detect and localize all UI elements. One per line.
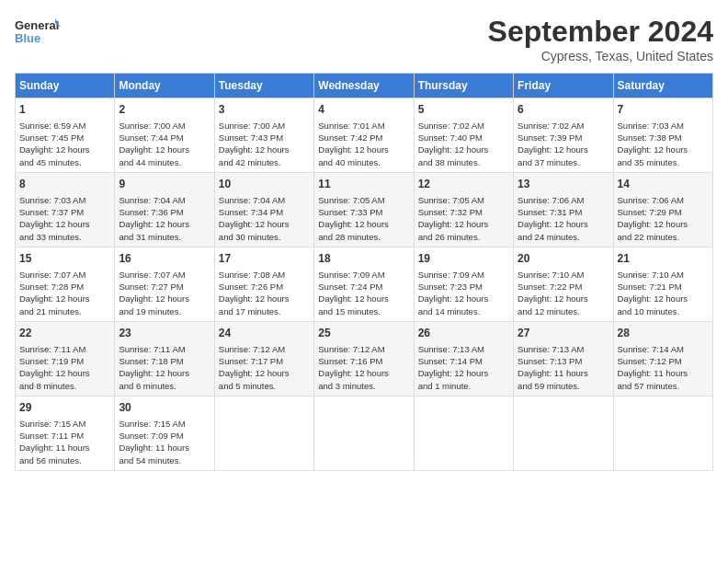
page-header: General Blue September 2024 Cypress, Tex… bbox=[15, 15, 713, 63]
calendar-day-cell bbox=[514, 396, 613, 470]
calendar-day-cell bbox=[314, 396, 414, 470]
calendar-day-cell: 30Sunrise: 7:15 AM Sunset: 7:09 PM Dayli… bbox=[115, 396, 214, 470]
day-info: Sunrise: 7:09 AM Sunset: 7:23 PM Dayligh… bbox=[418, 269, 509, 317]
day-number: 9 bbox=[119, 177, 210, 192]
day-number: 1 bbox=[19, 102, 110, 118]
day-number: 7 bbox=[618, 102, 709, 118]
calendar-day-cell: 4Sunrise: 7:01 AM Sunset: 7:42 PM Daylig… bbox=[314, 98, 414, 173]
day-info: Sunrise: 7:10 AM Sunset: 7:21 PM Dayligh… bbox=[618, 269, 709, 317]
day-number: 3 bbox=[219, 102, 310, 118]
day-number: 22 bbox=[19, 326, 110, 341]
calendar-week-row: 15Sunrise: 7:07 AM Sunset: 7:28 PM Dayli… bbox=[16, 247, 713, 321]
calendar-day-cell: 12Sunrise: 7:05 AM Sunset: 7:32 PM Dayli… bbox=[414, 172, 513, 247]
calendar-day-cell: 17Sunrise: 7:08 AM Sunset: 7:26 PM Dayli… bbox=[214, 247, 313, 321]
day-info: Sunrise: 6:59 AM Sunset: 7:45 PM Dayligh… bbox=[19, 120, 110, 168]
calendar-day-header: Tuesday bbox=[214, 74, 313, 98]
day-info: Sunrise: 7:01 AM Sunset: 7:42 PM Dayligh… bbox=[318, 120, 409, 168]
calendar-day-cell: 11Sunrise: 7:05 AM Sunset: 7:33 PM Dayli… bbox=[314, 172, 414, 247]
day-number: 30 bbox=[119, 400, 210, 416]
calendar-day-cell: 2Sunrise: 7:00 AM Sunset: 7:44 PM Daylig… bbox=[115, 98, 214, 173]
day-info: Sunrise: 7:06 AM Sunset: 7:29 PM Dayligh… bbox=[618, 194, 709, 243]
day-number: 20 bbox=[518, 251, 609, 267]
calendar-header-row: SundayMondayTuesdayWednesdayThursdayFrid… bbox=[16, 74, 713, 98]
calendar-week-row: 1Sunrise: 6:59 AM Sunset: 7:45 PM Daylig… bbox=[16, 98, 713, 173]
day-info: Sunrise: 7:12 AM Sunset: 7:17 PM Dayligh… bbox=[219, 343, 310, 392]
day-number: 28 bbox=[618, 326, 709, 341]
calendar-day-cell: 7Sunrise: 7:03 AM Sunset: 7:38 PM Daylig… bbox=[613, 98, 712, 173]
calendar-day-cell: 23Sunrise: 7:11 AM Sunset: 7:18 PM Dayli… bbox=[115, 321, 214, 396]
calendar-day-cell bbox=[414, 396, 513, 470]
day-info: Sunrise: 7:08 AM Sunset: 7:26 PM Dayligh… bbox=[219, 269, 310, 317]
day-info: Sunrise: 7:00 AM Sunset: 7:43 PM Dayligh… bbox=[219, 120, 310, 168]
calendar-day-header: Saturday bbox=[613, 74, 712, 98]
day-number: 27 bbox=[518, 326, 609, 341]
day-info: Sunrise: 7:13 AM Sunset: 7:14 PM Dayligh… bbox=[418, 343, 509, 392]
svg-text:General: General bbox=[15, 18, 59, 32]
day-info: Sunrise: 7:04 AM Sunset: 7:34 PM Dayligh… bbox=[219, 194, 310, 243]
svg-text:Blue: Blue bbox=[15, 31, 40, 45]
day-number: 26 bbox=[418, 326, 509, 341]
day-number: 19 bbox=[418, 251, 509, 267]
day-number: 18 bbox=[318, 251, 409, 267]
day-number: 14 bbox=[618, 177, 709, 192]
calendar-day-cell: 5Sunrise: 7:02 AM Sunset: 7:40 PM Daylig… bbox=[414, 98, 513, 173]
day-info: Sunrise: 7:15 AM Sunset: 7:09 PM Dayligh… bbox=[119, 418, 210, 466]
calendar-day-cell: 1Sunrise: 6:59 AM Sunset: 7:45 PM Daylig… bbox=[16, 98, 115, 173]
calendar-day-cell: 29Sunrise: 7:15 AM Sunset: 7:11 PM Dayli… bbox=[16, 396, 115, 470]
day-info: Sunrise: 7:15 AM Sunset: 7:11 PM Dayligh… bbox=[19, 418, 110, 466]
month-title: September 2024 bbox=[488, 15, 713, 49]
day-info: Sunrise: 7:05 AM Sunset: 7:33 PM Dayligh… bbox=[318, 194, 409, 243]
calendar-day-cell: 14Sunrise: 7:06 AM Sunset: 7:29 PM Dayli… bbox=[613, 172, 712, 247]
calendar-day-cell bbox=[613, 396, 712, 470]
calendar-day-cell: 25Sunrise: 7:12 AM Sunset: 7:16 PM Dayli… bbox=[314, 321, 414, 396]
day-info: Sunrise: 7:13 AM Sunset: 7:13 PM Dayligh… bbox=[518, 343, 609, 392]
calendar-day-header: Thursday bbox=[414, 74, 513, 98]
day-number: 17 bbox=[219, 251, 310, 267]
day-info: Sunrise: 7:11 AM Sunset: 7:19 PM Dayligh… bbox=[19, 343, 110, 392]
calendar-day-cell bbox=[214, 396, 313, 470]
location: Cypress, Texas, United States bbox=[488, 49, 713, 63]
day-number: 21 bbox=[618, 251, 709, 267]
calendar-day-cell: 21Sunrise: 7:10 AM Sunset: 7:21 PM Dayli… bbox=[613, 247, 712, 321]
day-info: Sunrise: 7:09 AM Sunset: 7:24 PM Dayligh… bbox=[318, 269, 409, 317]
day-info: Sunrise: 7:14 AM Sunset: 7:12 PM Dayligh… bbox=[618, 343, 709, 392]
calendar-week-row: 29Sunrise: 7:15 AM Sunset: 7:11 PM Dayli… bbox=[16, 396, 713, 470]
day-number: 29 bbox=[19, 400, 110, 416]
day-info: Sunrise: 7:10 AM Sunset: 7:22 PM Dayligh… bbox=[518, 269, 609, 317]
day-number: 10 bbox=[219, 177, 310, 192]
day-info: Sunrise: 7:06 AM Sunset: 7:31 PM Dayligh… bbox=[518, 194, 609, 243]
day-info: Sunrise: 7:04 AM Sunset: 7:36 PM Dayligh… bbox=[119, 194, 210, 243]
day-number: 23 bbox=[119, 326, 210, 341]
day-info: Sunrise: 7:03 AM Sunset: 7:38 PM Dayligh… bbox=[618, 120, 709, 168]
day-number: 8 bbox=[19, 177, 110, 192]
day-number: 25 bbox=[318, 326, 409, 341]
calendar-week-row: 8Sunrise: 7:03 AM Sunset: 7:37 PM Daylig… bbox=[16, 172, 713, 247]
day-number: 16 bbox=[119, 251, 210, 267]
calendar-day-cell: 18Sunrise: 7:09 AM Sunset: 7:24 PM Dayli… bbox=[314, 247, 414, 321]
calendar-day-header: Monday bbox=[115, 74, 214, 98]
day-info: Sunrise: 7:02 AM Sunset: 7:39 PM Dayligh… bbox=[518, 120, 609, 168]
calendar-day-header: Sunday bbox=[16, 74, 115, 98]
day-number: 4 bbox=[318, 102, 409, 118]
calendar-day-cell: 16Sunrise: 7:07 AM Sunset: 7:27 PM Dayli… bbox=[115, 247, 214, 321]
day-number: 24 bbox=[219, 326, 310, 341]
title-area: September 2024 Cypress, Texas, United St… bbox=[488, 15, 713, 63]
day-number: 15 bbox=[19, 251, 110, 267]
day-info: Sunrise: 7:12 AM Sunset: 7:16 PM Dayligh… bbox=[318, 343, 409, 392]
day-number: 12 bbox=[418, 177, 509, 192]
day-number: 5 bbox=[418, 102, 509, 118]
day-info: Sunrise: 7:02 AM Sunset: 7:40 PM Dayligh… bbox=[418, 120, 509, 168]
logo-svg: General Blue bbox=[15, 15, 61, 53]
day-info: Sunrise: 7:03 AM Sunset: 7:37 PM Dayligh… bbox=[19, 194, 110, 243]
calendar-day-header: Friday bbox=[514, 74, 613, 98]
calendar-day-cell: 10Sunrise: 7:04 AM Sunset: 7:34 PM Dayli… bbox=[214, 172, 313, 247]
day-info: Sunrise: 7:07 AM Sunset: 7:28 PM Dayligh… bbox=[19, 269, 110, 317]
calendar-day-cell: 27Sunrise: 7:13 AM Sunset: 7:13 PM Dayli… bbox=[514, 321, 613, 396]
calendar-day-cell: 9Sunrise: 7:04 AM Sunset: 7:36 PM Daylig… bbox=[115, 172, 214, 247]
calendar-day-cell: 8Sunrise: 7:03 AM Sunset: 7:37 PM Daylig… bbox=[16, 172, 115, 247]
calendar-day-cell: 26Sunrise: 7:13 AM Sunset: 7:14 PM Dayli… bbox=[414, 321, 513, 396]
day-info: Sunrise: 7:11 AM Sunset: 7:18 PM Dayligh… bbox=[119, 343, 210, 392]
day-number: 2 bbox=[119, 102, 210, 118]
calendar-day-cell: 13Sunrise: 7:06 AM Sunset: 7:31 PM Dayli… bbox=[514, 172, 613, 247]
calendar-table: SundayMondayTuesdayWednesdayThursdayFrid… bbox=[15, 73, 713, 471]
